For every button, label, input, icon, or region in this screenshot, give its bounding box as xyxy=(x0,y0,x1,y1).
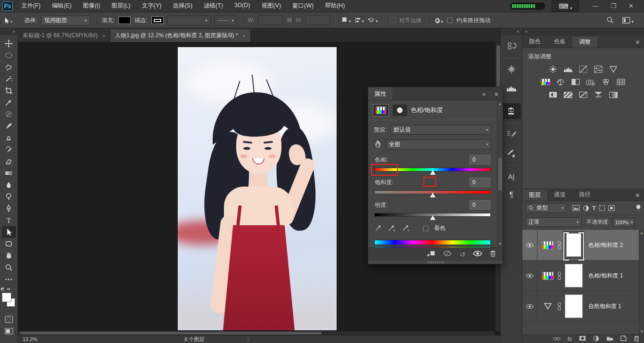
crop-tool[interactable] xyxy=(2,85,16,97)
menu-file[interactable]: 文件(F) xyxy=(17,0,45,11)
layer-row-huesat2[interactable]: 色相/饱和度 2 xyxy=(522,230,644,261)
more-tools-icon[interactable] xyxy=(2,273,16,285)
gradient-map-icon[interactable] xyxy=(593,90,603,99)
hue-saturation-icon[interactable] xyxy=(540,78,551,86)
adjustment-icon-button[interactable] xyxy=(373,104,389,116)
gradient-tool[interactable] xyxy=(2,167,16,179)
blur-tool[interactable] xyxy=(2,179,16,191)
layer-filter-dropdown[interactable]: 类型▾ xyxy=(525,203,567,213)
panel-menu-icon[interactable]: ≡ xyxy=(636,192,644,201)
delete-adjustment-icon[interactable] xyxy=(490,250,496,258)
panel-menu-icon[interactable]: ≡ xyxy=(636,39,644,48)
brush-settings-panel-icon[interactable] xyxy=(502,126,521,142)
dock-collapse-icon[interactable]: « xyxy=(501,28,522,35)
curves-icon[interactable] xyxy=(578,65,588,74)
layer-name[interactable]: 色相/饱和度 2 xyxy=(588,241,623,249)
lightness-slider[interactable] xyxy=(375,213,490,216)
input-method-button[interactable]: ⌨▾ xyxy=(552,0,579,12)
opacity-value[interactable]: 100%▾ xyxy=(612,218,635,227)
pen-tool[interactable] xyxy=(2,203,16,214)
menu-help[interactable]: 帮助(H) xyxy=(320,0,349,11)
color-lookup-icon[interactable] xyxy=(616,78,626,86)
close-button[interactable]: ✕ xyxy=(628,2,634,9)
lasso-tool[interactable] xyxy=(2,61,16,73)
tab-layers[interactable]: 图层 xyxy=(522,189,547,201)
properties-panel-icon[interactable] xyxy=(502,103,521,119)
preset-dropdown[interactable]: 默认值▾ xyxy=(390,125,491,135)
menu-window[interactable]: 窗口(W) xyxy=(288,0,318,11)
eyedropper-minus-icon[interactable] xyxy=(402,224,411,233)
layer-style-icon[interactable]: fx xyxy=(568,336,572,343)
current-tool-icon[interactable]: ▾ xyxy=(3,17,13,24)
navigator-panel-icon[interactable] xyxy=(502,61,521,77)
panels-collapse-icon[interactable]: « xyxy=(522,28,644,35)
path-operations-icon[interactable]: ▾ xyxy=(342,17,351,24)
swap-colors-icon[interactable]: ⇄ xyxy=(7,287,10,291)
eyedropper-tool[interactable] xyxy=(2,97,16,108)
new-group-icon[interactable] xyxy=(606,336,613,343)
blend-mode-dropdown[interactable]: 正常▾ xyxy=(525,217,582,227)
reset-icon[interactable]: ↺ xyxy=(460,251,465,258)
targeted-adjustment-icon[interactable] xyxy=(374,140,382,149)
status-chevron-icon[interactable]: 〉 xyxy=(247,336,252,343)
channel-mixer-icon[interactable] xyxy=(601,78,611,86)
fill-swatch[interactable] xyxy=(118,16,131,24)
filter-smart-object-icon[interactable] xyxy=(608,205,615,211)
minimize-button[interactable]: — xyxy=(592,2,598,9)
color-balance-icon[interactable] xyxy=(555,78,566,86)
layer-visibility-toggle[interactable] xyxy=(522,291,537,321)
properties-scrollbar[interactable]: ▲▼ xyxy=(497,100,503,247)
magic-wand-tool[interactable] xyxy=(2,73,16,85)
filter-type-icon[interactable]: T xyxy=(592,204,596,212)
layer-mask-thumbnail[interactable] xyxy=(563,231,585,259)
filter-image-icon[interactable] xyxy=(572,205,580,211)
adjustment-layer-icon[interactable] xyxy=(541,270,554,281)
menu-3d[interactable]: 3D(D) xyxy=(230,0,255,11)
clone-stamp-tool[interactable] xyxy=(2,132,16,144)
paragraph-panel-icon[interactable]: ¶ xyxy=(502,187,521,203)
zoom-level[interactable]: 12.2% xyxy=(18,336,43,342)
width-input[interactable] xyxy=(258,16,283,25)
add-mask-icon[interactable] xyxy=(579,335,586,343)
layer-visibility-toggle[interactable] xyxy=(522,261,537,291)
invert-icon[interactable] xyxy=(548,90,558,99)
screen-mode-icon[interactable] xyxy=(2,325,16,337)
brushes-panel-icon[interactable] xyxy=(502,145,521,161)
default-colors-icon[interactable]: ◩ xyxy=(1,287,5,291)
hand-tool[interactable] xyxy=(2,250,16,261)
lightness-value-input[interactable] xyxy=(470,200,490,210)
menu-type[interactable]: 文字(Y) xyxy=(137,0,166,11)
history-panel-icon[interactable] xyxy=(502,38,521,54)
collapse-panel-icon[interactable]: » xyxy=(482,91,486,98)
menu-view[interactable]: 视图(V) xyxy=(256,0,286,11)
type-tool[interactable]: T xyxy=(2,214,16,226)
levels-icon[interactable] xyxy=(563,65,573,74)
menu-filter[interactable]: 滤镜(T) xyxy=(199,0,228,11)
link-layers-icon[interactable] xyxy=(553,336,561,343)
menu-select[interactable]: 选择(S) xyxy=(168,0,197,11)
zoom-tool[interactable] xyxy=(2,261,16,273)
filter-toggle[interactable] xyxy=(636,204,641,212)
photo-portrait[interactable] xyxy=(178,47,337,330)
vibrance-layer-icon[interactable] xyxy=(541,301,554,311)
toolbar-collapse-icon[interactable]: » xyxy=(0,28,17,35)
layers-scrollbar[interactable]: ▲▼ xyxy=(639,230,644,335)
brightness-contrast-icon[interactable] xyxy=(548,65,558,74)
tab-paths[interactable]: 路径 xyxy=(572,189,597,201)
document-tab-portrait[interactable]: 人物1.jpg @ 12.2% (色相/饱和度 2, 图层蒙版/8) * × xyxy=(110,29,251,42)
tab-close-icon[interactable]: × xyxy=(243,33,246,39)
photo-filter-icon[interactable] xyxy=(586,78,596,86)
tab-close-icon[interactable]: × xyxy=(102,33,105,39)
lightness-slider-thumb[interactable] xyxy=(430,215,436,220)
path-arrangement-icon[interactable]: ▾ xyxy=(368,17,378,24)
posterize-icon[interactable] xyxy=(563,90,573,99)
marquee-tool[interactable] xyxy=(2,49,16,61)
shape-tool[interactable] xyxy=(2,238,16,250)
move-tool[interactable] xyxy=(2,38,16,49)
exposure-icon[interactable] xyxy=(593,65,603,74)
constrain-path-checkbox[interactable] xyxy=(447,17,453,23)
hue-value-input[interactable] xyxy=(470,155,490,164)
tab-swatches[interactable]: 色板 xyxy=(547,36,572,48)
layer-name[interactable]: 自然饱和度 1 xyxy=(588,302,621,310)
select-mode-dropdown[interactable]: 现用图层▾ xyxy=(41,16,90,25)
